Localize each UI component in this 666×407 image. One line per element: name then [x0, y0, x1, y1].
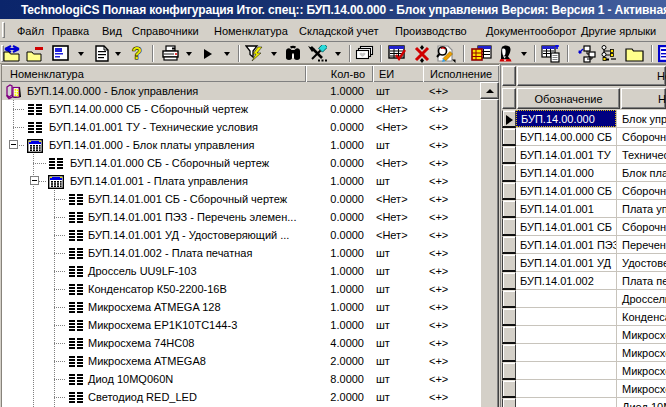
svg-text:?: ?: [132, 45, 142, 62]
